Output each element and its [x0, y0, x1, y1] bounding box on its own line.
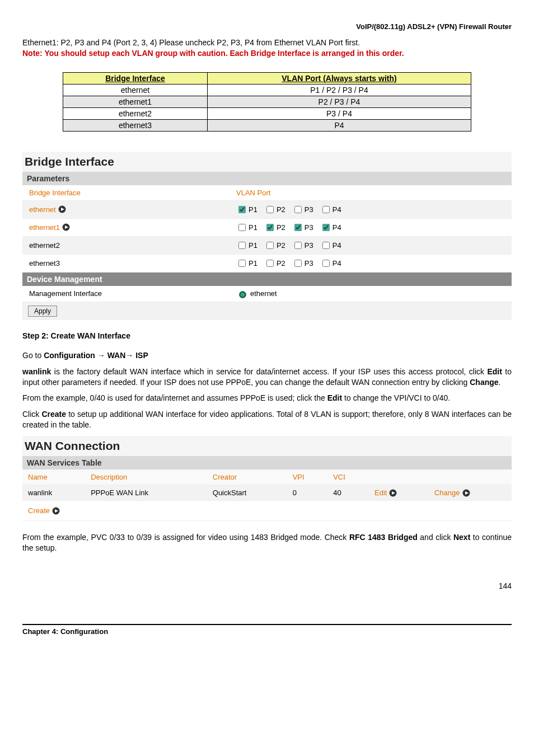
page-header-title: VoIP/(802.11g) ADSL2+ (VPN) Firewall Rou… — [22, 22, 512, 31]
bridge-row-ethernet2: ethernet2 P1 P2 P3 P4 — [22, 237, 512, 255]
create-link[interactable]: Create — [28, 506, 60, 515]
p3c: to setup up additional WAN interface for… — [22, 410, 512, 429]
wan-connection-panel: WAN Connection WAN Services Table Name D… — [22, 436, 512, 521]
management-interface-label: Management Interface — [29, 289, 102, 298]
p4-label: P4 — [332, 241, 341, 250]
col-change — [429, 469, 512, 485]
col-vci: VCI — [327, 469, 369, 485]
intro-note: Note: You should setup each VLAN group w… — [22, 48, 512, 59]
p4-checkbox[interactable]: P4 — [320, 240, 341, 251]
create-bold: Create — [41, 410, 66, 419]
closing-c: and click — [418, 533, 453, 542]
cell-name: wanlink — [22, 485, 85, 501]
col-vlan-port: VLAN Port — [236, 189, 270, 197]
change-bold: Change — [470, 378, 498, 387]
p2-label: P2 — [277, 223, 285, 232]
step2-para3: Click Create to setup up additional WAN … — [22, 409, 512, 430]
col-name: Name — [22, 469, 85, 485]
play-arrow-icon — [52, 507, 60, 515]
p1f: . — [499, 378, 501, 387]
p1b: is the factory default WAN interface whi… — [51, 367, 487, 376]
p3-label: P3 — [305, 241, 313, 250]
closing-paragraph: From the example, PVC 0/33 to 0/39 is as… — [22, 532, 512, 553]
p4-label: P4 — [332, 223, 341, 232]
p3-checkbox[interactable]: P3 — [292, 204, 313, 215]
bridge-panel-sub-parameters: Parameters — [22, 172, 512, 185]
p2-checkbox[interactable]: P2 — [264, 222, 285, 233]
bi-cell-ports: P4 — [207, 119, 471, 131]
note-label: Note: — [22, 49, 43, 58]
bridge-panel-title: Bridge Interface — [22, 152, 512, 172]
management-ethernet-radio-label: ethernet — [250, 289, 277, 298]
p2-label: P2 — [277, 259, 285, 267]
p2-checkbox[interactable]: P2 — [264, 204, 285, 215]
ethernet1-link-label: ethernet1 — [29, 223, 60, 232]
goto-path: Configuration → WAN→ ISP — [44, 351, 148, 360]
p1-label: P1 — [249, 259, 257, 267]
p1-label: P1 — [249, 205, 257, 214]
bi-cell-ports: P2 / P3 / P4 — [207, 96, 471, 107]
p2-checkbox[interactable]: P2 — [264, 240, 285, 251]
p1-checkbox[interactable]: P1 — [236, 258, 257, 269]
col-edit — [369, 469, 429, 485]
ethernet3-label: ethernet3 — [29, 259, 60, 267]
edit-link[interactable]: Edit — [374, 489, 397, 497]
edit-bold2: Edit — [327, 393, 342, 402]
p3-checkbox[interactable]: P3 — [292, 258, 313, 269]
change-link-label: Change — [434, 489, 460, 497]
p1-checkbox[interactable]: P1 — [236, 222, 257, 233]
p4-checkbox[interactable]: P4 — [320, 222, 341, 233]
bridge-panel-header-row: Bridge Interface VLAN Port — [22, 185, 512, 201]
play-arrow-icon — [462, 489, 470, 497]
bi-cell-iface: ethernet3 — [63, 119, 208, 131]
step2-heading: Step 2: Create WAN Interface — [22, 331, 512, 340]
p2-label: P2 — [277, 205, 285, 214]
cell-desc: PPPoE WAN Link — [85, 485, 207, 501]
p4-label: P4 — [332, 205, 341, 214]
p3a: Click — [22, 410, 41, 419]
p3-checkbox[interactable]: P3 — [292, 222, 313, 233]
footer-chapter: Chapter 4: Configuration — [22, 627, 108, 636]
ethernet-link[interactable]: ethernet — [29, 205, 66, 214]
cell-creator: QuickStart — [207, 485, 287, 501]
wanlink-bold: wanlink — [22, 367, 51, 376]
p3-label: P3 — [305, 259, 313, 267]
goto-line: Go to Configuration → WAN→ ISP — [22, 350, 512, 361]
p4-label: P4 — [332, 259, 341, 267]
ethernet2-label: ethernet2 — [29, 241, 60, 250]
col-bridge-interface: Bridge Interface — [29, 189, 81, 197]
p4-checkbox[interactable]: P4 — [320, 258, 341, 269]
device-management-sub: Device Management — [22, 273, 512, 286]
management-ethernet-radio[interactable]: ethernet — [236, 289, 277, 298]
step2-para2: From the example, 0/40 is used for data/… — [22, 393, 512, 403]
p2a: From the example, 0/40 is used for data/… — [22, 393, 327, 402]
ethernet1-link[interactable]: ethernet1 — [29, 223, 70, 232]
bridge-interface-summary-table: Bridge Interface VLAN Port (Always start… — [63, 72, 471, 132]
closing-a: From the example, PVC 0/33 to 0/39 is as… — [22, 533, 349, 542]
p1-checkbox[interactable]: P1 — [236, 204, 257, 215]
wan-row-wanlink: wanlink PPPoE WAN Link QuickStart 0 40 E… — [22, 485, 512, 501]
bi-cell-iface: ethernet — [63, 84, 208, 96]
play-arrow-icon — [389, 489, 397, 497]
bi-cell-iface: ethernet2 — [63, 107, 208, 119]
page-number: 144 — [22, 581, 512, 590]
create-link-label: Create — [28, 506, 50, 515]
p3-checkbox[interactable]: P3 — [292, 240, 313, 251]
p3-label: P3 — [305, 205, 313, 214]
change-link[interactable]: Change — [434, 489, 470, 497]
apply-button[interactable]: Apply — [28, 306, 57, 317]
edit-link-label: Edit — [374, 489, 387, 497]
bi-cell-ports: P1 / P2 / P3 / P4 — [207, 84, 471, 96]
bridge-interface-panel: Bridge Interface Parameters Bridge Inter… — [22, 152, 512, 320]
bi-cell-ports: P3 / P4 — [207, 107, 471, 119]
note-text: You should setup each VLAN group with ca… — [43, 49, 404, 58]
bridge-row-ethernet3: ethernet3 P1 P2 P3 P4 — [22, 255, 512, 273]
apply-row: Apply — [22, 302, 512, 320]
p2-checkbox[interactable]: P2 — [264, 258, 285, 269]
bi-header-vlan: VLAN Port (Always starts with) — [207, 72, 471, 84]
p4-checkbox[interactable]: P4 — [320, 204, 341, 215]
p1-checkbox[interactable]: P1 — [236, 240, 257, 251]
ethernet-link-label: ethernet — [29, 205, 56, 214]
wan-services-table-sub: WAN Services Table — [22, 456, 512, 469]
edit-bold: Edit — [487, 367, 502, 376]
